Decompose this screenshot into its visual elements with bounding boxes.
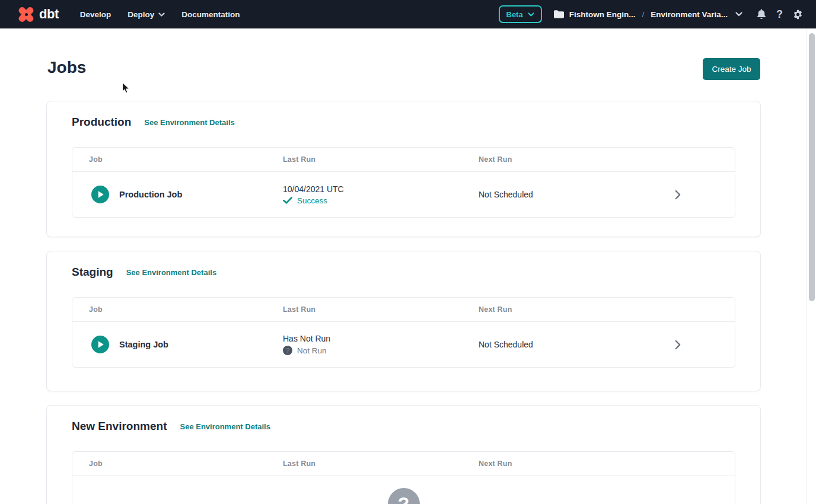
- jobs-table-header: Job Last Run Next Run: [72, 452, 735, 476]
- job-cell: Staging Job: [72, 336, 283, 353]
- column-header-job: Job: [72, 460, 283, 468]
- column-header-job: Job: [72, 305, 283, 314]
- environment-name: New Environment: [72, 420, 167, 433]
- jobs-table-header: Job Last Run Next Run: [72, 148, 735, 172]
- dbt-logo-text: dbt: [39, 7, 59, 22]
- settings-gear-icon[interactable]: [793, 9, 803, 20]
- jobs-table: Job Last Run Next Run Staging Job Has No…: [72, 297, 735, 368]
- last-run-date: Has Not Run: [283, 334, 479, 343]
- question-mark-icon: ?: [388, 488, 420, 504]
- breadcrumb-current[interactable]: Environment Varia...: [651, 10, 728, 19]
- environment-card-staging: Staging See Environment Details Job Last…: [46, 251, 761, 391]
- last-run-cell: Has Not Run ? Not Run: [283, 334, 479, 355]
- row-chevron-right-icon[interactable]: [621, 340, 735, 350]
- job-name: Staging Job: [119, 340, 168, 349]
- question-circle-icon: ?: [283, 346, 292, 355]
- beta-label: Beta: [506, 10, 523, 19]
- environment-name: Staging: [72, 266, 113, 279]
- row-chevron-right-icon[interactable]: [621, 190, 735, 200]
- environment-name: Production: [72, 116, 131, 129]
- breadcrumb-separator: /: [640, 10, 645, 19]
- nav-item-develop[interactable]: Develop: [80, 10, 111, 19]
- column-header-last-run: Last Run: [283, 155, 479, 164]
- mouse-cursor: [122, 82, 130, 97]
- see-environment-details-link[interactable]: See Environment Details: [144, 118, 234, 127]
- environment-card-header: Staging See Environment Details: [72, 266, 735, 279]
- environment-card-header: Production See Environment Details: [72, 116, 735, 129]
- column-header-next-run: Next Run: [479, 305, 621, 314]
- job-name: Production Job: [119, 190, 182, 199]
- column-header-last-run: Last Run: [283, 305, 479, 314]
- scrollbar-thumb[interactable]: [809, 33, 815, 301]
- nav-item-documentation[interactable]: Documentation: [181, 10, 240, 19]
- run-job-play-button[interactable]: [91, 336, 109, 353]
- dbt-logo-icon: [18, 6, 34, 23]
- column-header-next-run: Next Run: [479, 155, 621, 164]
- column-header-next-run: Next Run: [479, 460, 621, 468]
- last-run-status: Success: [283, 196, 479, 205]
- beta-dropdown[interactable]: Beta: [499, 5, 542, 23]
- environment-card-new-environment: New Environment See Environment Details …: [46, 405, 761, 504]
- jobs-table: Job Last Run Next Run ?: [72, 451, 735, 504]
- next-run-cell: Not Scheduled: [479, 190, 621, 199]
- navbar-right: Beta Fishtown Engin... / Environment Var…: [499, 5, 804, 23]
- nav-item-deploy[interactable]: Deploy: [128, 10, 165, 19]
- dbt-logo[interactable]: dbt: [18, 6, 59, 23]
- environment-card-header: New Environment See Environment Details: [72, 420, 735, 433]
- run-job-play-button[interactable]: [91, 186, 109, 203]
- environment-card-production: Production See Environment Details Job L…: [46, 101, 761, 237]
- empty-state: ?: [72, 476, 735, 504]
- job-row-production[interactable]: Production Job 10/04/2021 UTC Success No…: [72, 172, 735, 217]
- nav-item-develop-label: Develop: [80, 10, 111, 19]
- help-icon[interactable]: ?: [776, 8, 783, 21]
- nav-item-documentation-label: Documentation: [181, 10, 240, 19]
- navbar-icon-group: ?: [757, 8, 803, 21]
- create-job-button[interactable]: Create Job: [703, 58, 760, 80]
- main-nav: Develop Deploy Documentation: [80, 10, 240, 19]
- navbar-left: dbt Develop Deploy Documentation: [18, 6, 240, 23]
- chevron-down-icon[interactable]: [735, 12, 742, 17]
- last-run-status: ? Not Run: [283, 346, 479, 355]
- column-header-job: Job: [72, 155, 283, 164]
- jobs-table-header: Job Last Run Next Run: [72, 298, 735, 322]
- next-run-cell: Not Scheduled: [479, 340, 621, 349]
- chevron-down-icon: [528, 12, 534, 17]
- last-run-cell: 10/04/2021 UTC Success: [283, 184, 479, 205]
- jobs-table: Job Last Run Next Run Production Job 10/…: [72, 147, 735, 218]
- vertical-scrollbar[interactable]: [807, 28, 816, 504]
- app-window: dbt Develop Deploy Documentation Beta: [0, 0, 816, 504]
- notifications-bell-icon[interactable]: [757, 9, 766, 20]
- breadcrumb: Fishtown Engin... / Environment Varia...: [554, 10, 742, 19]
- column-header-last-run: Last Run: [283, 460, 479, 468]
- see-environment-details-link[interactable]: See Environment Details: [180, 422, 270, 431]
- job-cell: Production Job: [72, 186, 283, 203]
- chevron-down-icon: [158, 12, 165, 17]
- status-label: Not Run: [297, 346, 327, 355]
- top-navbar: dbt Develop Deploy Documentation Beta: [0, 0, 816, 28]
- status-label: Success: [297, 196, 327, 205]
- folder-icon: [554, 10, 564, 18]
- last-run-date: 10/04/2021 UTC: [283, 184, 479, 194]
- nav-item-deploy-label: Deploy: [128, 10, 154, 19]
- breadcrumb-project[interactable]: Fishtown Engin...: [569, 10, 636, 19]
- see-environment-details-link[interactable]: See Environment Details: [126, 268, 216, 277]
- job-row-staging[interactable]: Staging Job Has Not Run ? Not Run Not Sc…: [72, 322, 735, 367]
- success-check-icon: [283, 197, 292, 204]
- page-title: Jobs: [47, 58, 86, 77]
